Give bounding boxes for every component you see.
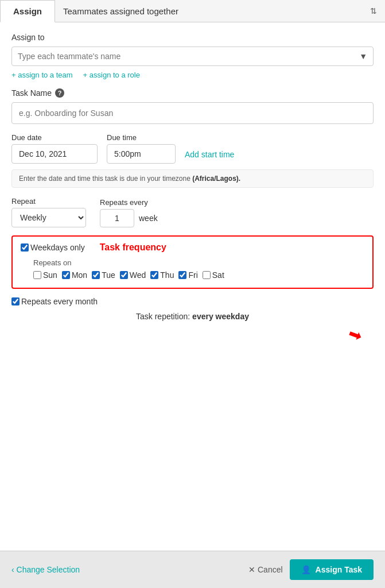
day-thu-label[interactable]: Thu — [150, 270, 174, 280]
date-time-row: Due date Due time Add start time — [11, 133, 374, 164]
timezone-bold-text: (Africa/Lagos). — [192, 175, 240, 183]
footer: ‹ Change Selection ✕ Cancel 👤 Assign Tas… — [0, 551, 385, 588]
tab-bar: Assign Teammates assigned together ⇅ — [0, 0, 385, 22]
day-thu-text: Thu — [160, 270, 174, 280]
repeats-every-month-text: Repeats every month — [21, 297, 98, 306]
task-name-section: Task Name ? — [11, 88, 374, 98]
day-fri-label[interactable]: Fri — [178, 270, 197, 280]
days-row: SunMonTueWedThuFriSat — [33, 270, 364, 280]
day-fri-text: Fri — [188, 270, 197, 280]
task-repetition: Task repetition: every weekday — [11, 312, 374, 321]
task-repetition-prefix: Task repetition: — [136, 312, 190, 321]
day-wed-label[interactable]: Wed — [120, 270, 146, 280]
tab-assign[interactable]: Assign — [0, 0, 55, 22]
repeat-select[interactable]: Weekly Never Daily Monthly Yearly — [11, 208, 86, 227]
assign-links: + assign to a team + assign to a role — [11, 71, 374, 79]
chevron-down-icon: ⇅ — [370, 6, 377, 16]
repeats-every-month-label[interactable]: Repeats every month — [11, 297, 98, 306]
due-date-group: Due date — [11, 133, 98, 164]
assign-task-label: Assign Task — [316, 565, 362, 574]
timezone-note-text: Enter the date and time this task is due… — [19, 175, 190, 183]
repeats-every-wrap: week — [100, 209, 158, 227]
day-sun-label[interactable]: Sun — [33, 270, 57, 280]
main-content: Assign to ▼ + assign to a team + assign … — [0, 22, 385, 551]
day-tue-checkbox[interactable] — [92, 271, 100, 279]
weekdays-only-label[interactable]: Weekdays only — [21, 243, 85, 252]
repeats-every-month-row: Repeats every month — [11, 297, 374, 306]
repeats-every-label: Repeats every — [100, 198, 158, 207]
repeat-row: Repeat Weekly Never Daily Monthly Yearly… — [11, 197, 374, 227]
assign-task-user-icon: 👤 — [301, 565, 311, 574]
day-wed-text: Wed — [130, 270, 146, 280]
repeats-on-label: Repeats on — [33, 258, 364, 267]
repeat-group: Repeat Weekly Never Daily Monthly Yearly — [11, 197, 86, 227]
day-sat-checkbox[interactable] — [203, 271, 211, 279]
due-date-label: Due date — [11, 133, 98, 142]
day-mon-label[interactable]: Mon — [62, 270, 87, 280]
repeats-every-month-checkbox[interactable] — [11, 297, 20, 305]
dropdown-chevron-icon[interactable]: ▼ — [359, 52, 367, 61]
day-sun-text: Sun — [43, 270, 57, 280]
repeats-every-unit: week — [139, 214, 158, 223]
task-frequency-label: Task frequency — [100, 242, 166, 253]
due-date-input[interactable] — [11, 144, 98, 164]
footer-right: ✕ Cancel 👤 Assign Task — [248, 559, 374, 580]
assign-to-team-link[interactable]: + assign to a team — [11, 71, 73, 79]
help-icon[interactable]: ? — [55, 88, 64, 98]
due-time-label: Due time — [107, 133, 176, 142]
timezone-note: Enter the date and time this task is due… — [11, 169, 374, 188]
task-name-input[interactable] — [11, 102, 374, 124]
day-fri-checkbox[interactable] — [178, 271, 186, 279]
task-name-label-text: Task Name — [11, 88, 52, 98]
day-sat-label[interactable]: Sat — [203, 270, 224, 280]
weekdays-only-text: Weekdays only — [30, 243, 85, 252]
assign-to-role-link[interactable]: + assign to a role — [83, 71, 140, 79]
weekdays-only-checkbox[interactable] — [21, 243, 29, 252]
due-time-input[interactable] — [107, 144, 176, 164]
repeats-every-input[interactable] — [100, 209, 134, 227]
arrow-annotation: ➡ — [11, 326, 374, 345]
day-sun-checkbox[interactable] — [33, 271, 41, 279]
task-frequency-box: Weekdays only Task frequency Repeats on … — [11, 235, 374, 289]
assign-input-wrap: ▼ — [11, 47, 374, 66]
add-start-time-link[interactable]: Add start time — [185, 150, 234, 164]
task-repetition-value: every weekday — [192, 312, 249, 321]
red-arrow-icon: ➡ — [346, 324, 365, 346]
day-thu-checkbox[interactable] — [150, 271, 158, 279]
assign-to-input[interactable] — [18, 52, 359, 61]
repeats-every-group: Repeats every week — [100, 198, 158, 227]
day-tue-label[interactable]: Tue — [92, 270, 115, 280]
tab-teammates-label: Teammates assigned together — [63, 6, 178, 16]
repeat-label: Repeat — [11, 197, 86, 206]
change-selection-button[interactable]: ‹ Change Selection — [11, 565, 80, 574]
assign-task-button[interactable]: 👤 Assign Task — [290, 559, 374, 580]
frequency-header: Weekdays only Task frequency — [21, 242, 364, 253]
tab-teammates-dropdown[interactable]: Teammates assigned together ⇅ — [55, 1, 385, 22]
assign-to-label: Assign to — [11, 33, 374, 42]
cancel-button[interactable]: ✕ Cancel — [248, 565, 282, 574]
day-mon-checkbox[interactable] — [62, 271, 70, 279]
day-wed-checkbox[interactable] — [120, 271, 128, 279]
day-tue-text: Tue — [102, 270, 115, 280]
day-sat-text: Sat — [212, 270, 224, 280]
day-mon-text: Mon — [72, 270, 87, 280]
due-time-group: Due time — [107, 133, 176, 164]
